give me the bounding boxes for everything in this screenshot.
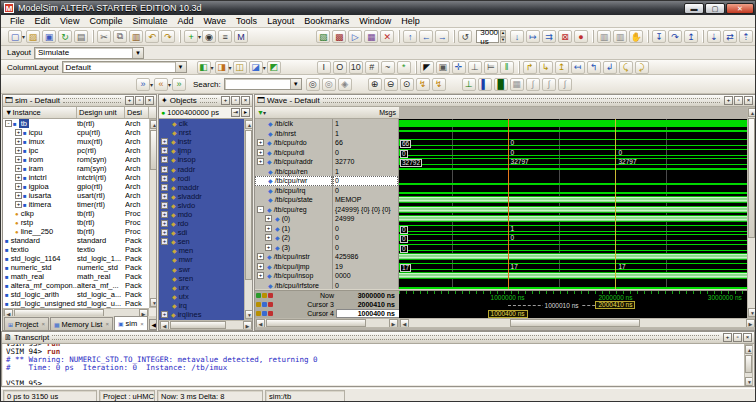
tab-scroll-left[interactable]: ◀ <box>149 319 157 330</box>
env-forward-button[interactable]: → <box>435 30 449 43</box>
wave-vscrollbar[interactable]: ▲▼ <box>747 107 756 318</box>
column-export-button[interactable]: ◩ <box>267 61 281 74</box>
tree-row-icpu[interactable]: +■icpucpu(rtl)Arch <box>3 128 149 137</box>
tab-close-icon[interactable]: × <box>140 321 144 327</box>
object-rdo[interactable]: +◆rdo <box>159 219 244 228</box>
step-into-button[interactable]: ↧ <box>652 30 666 43</box>
wave-signal--2-[interactable]: +◆(2) <box>255 233 332 243</box>
edit-grid-button[interactable]: ⊨ <box>484 61 498 74</box>
expand-time-button[interactable]: » <box>136 78 150 91</box>
cursor-row-now[interactable]: Now3000000 ns <box>255 291 399 300</box>
chevron-down-icon[interactable]: ▼ <box>290 79 301 89</box>
object-instr[interactable]: +◆instr <box>159 137 244 146</box>
tree-row-rstp[interactable]: ●rstptb(rtl)Proc <box>3 218 149 227</box>
wave-signal--tb-cpu-insop[interactable]: +◆/tb/cpu/insop <box>255 271 332 281</box>
object-mwr[interactable]: ◆mwr <box>159 255 244 264</box>
tree-row-imux[interactable]: +■imuxmux(rtl)Arch <box>3 137 149 146</box>
expand-icon[interactable]: + <box>161 193 168 200</box>
tab-close-icon[interactable]: × <box>41 321 45 327</box>
step-out-current-button[interactable]: ⇡ <box>739 30 753 43</box>
transcript-vscrollbar[interactable]: ▲▼ <box>744 344 753 387</box>
wave-signal--1-[interactable]: +◆(1) <box>255 224 332 234</box>
expand-icon[interactable]: + <box>15 156 22 163</box>
collapse-icon[interactable]: - <box>5 120 12 127</box>
zoom-mode-button[interactable]: ▣ <box>436 61 450 74</box>
layout-select[interactable]: Simulate▼ <box>34 47 144 59</box>
zoom-out-button[interactable]: ⊖ <box>384 78 398 91</box>
cursor-delete-button[interactable]: █ <box>494 78 508 91</box>
configure-columns-button[interactable]: ◫ <box>233 61 247 74</box>
wave-names-hscrollbar[interactable]: ◀▶ <box>255 318 399 328</box>
object-urx[interactable]: ◆urx <box>159 283 244 292</box>
force-0-button[interactable]: O <box>333 61 347 74</box>
tree-row-iusarta[interactable]: +■iusartausart(rtl)Arch <box>3 191 149 200</box>
close-panel-button[interactable]: × <box>241 96 250 105</box>
expand-icon[interactable]: + <box>265 215 272 222</box>
search-up-button[interactable]: ◎ <box>322 78 336 91</box>
wave-time-ruler[interactable]: 1000000 ns2000000 ns3000000 ns <box>399 291 747 301</box>
end-simulation-button[interactable]: ✕ <box>380 30 394 43</box>
tree-row-line__250[interactable]: ●line__250tb(rtl)Proc <box>3 227 149 236</box>
expand-icon[interactable]: + <box>161 211 168 218</box>
run-all-button[interactable]: ⇉ <box>542 30 556 43</box>
objects-vscrollbar[interactable]: ▲▼ <box>244 119 253 320</box>
wave-signal--tb-cpu-irfstore[interactable]: ◆/tb/cpu/irfstore <box>255 281 332 290</box>
wave-signal--tb-cpu-rdi[interactable]: +◆/tb/cpu/rdi <box>255 148 332 158</box>
object-irq[interactable]: ◆irq <box>159 301 244 310</box>
tree-row-iram[interactable]: +■iramram(syn)Arch <box>3 164 149 173</box>
wave-signal--tb-cpu-state[interactable]: ◆/tb/cpu/state <box>255 195 332 205</box>
undo-button[interactable]: ↶ <box>145 30 159 43</box>
menu-help[interactable]: Help <box>396 16 425 26</box>
expand-panel-button[interactable]: + <box>723 333 732 342</box>
env-back-button[interactable]: ← <box>419 30 433 43</box>
menu-simulate[interactable]: Simulate <box>127 16 172 26</box>
wave-canvas-hscrollbar[interactable]: ◀▶ <box>399 318 756 328</box>
tab-close-icon[interactable]: × <box>105 321 109 327</box>
wave-signal--tb-cpu-rdo[interactable]: +◆/tb/cpu/rdo <box>255 138 332 148</box>
expand-icon[interactable]: + <box>161 175 168 182</box>
object-men[interactable]: ◆men <box>159 246 244 255</box>
find-button[interactable]: ◉ <box>202 30 216 43</box>
run-length-field[interactable]: 3000 us <box>476 30 499 43</box>
expand-panel-button[interactable]: + <box>125 96 134 105</box>
zoom-range-button[interactable]: ↯ <box>432 78 446 91</box>
chevron-down-icon[interactable]: ▾ <box>211 64 214 71</box>
move-edge-button[interactable]: ⤸ <box>635 61 649 74</box>
cursor-lock-button[interactable]: ▌ <box>478 78 492 91</box>
run-continue-button[interactable]: ↦ <box>526 30 540 43</box>
object-nrst[interactable]: ◆nrst <box>159 128 244 137</box>
expand-icon[interactable]: + <box>257 253 264 260</box>
cut-button[interactable]: ✂ <box>97 30 111 43</box>
expand-icon[interactable]: + <box>161 138 168 145</box>
menu-window[interactable]: Window <box>354 16 396 26</box>
simulate-button[interactable]: ▷ <box>348 30 362 43</box>
wave-signal--tb-nrst[interactable]: ◆/tb/nrst <box>255 129 332 139</box>
run-button[interactable]: ↓ <box>510 30 524 43</box>
wave-cut-button[interactable]: ↱ <box>523 61 537 74</box>
tree-row-tb[interactable]: -■tbtb(rtl)Arch <box>3 119 149 128</box>
select-mode-button[interactable]: ◤ <box>420 61 434 74</box>
object-insop[interactable]: +◆insop <box>159 155 244 164</box>
chevron-down-icon[interactable]: ▾ <box>22 33 25 40</box>
expand-icon[interactable]: + <box>257 263 264 270</box>
collapse-icon[interactable]: - <box>257 206 264 213</box>
refresh-button[interactable]: ↻ <box>58 30 72 43</box>
column-header-desi[interactable]: Desi <box>125 107 149 118</box>
drag-handle[interactable] <box>63 98 121 103</box>
expand-icon[interactable]: + <box>15 174 22 181</box>
expand-icon[interactable]: + <box>161 184 168 191</box>
chevron-down-icon[interactable]: ▼ <box>175 62 186 72</box>
remove-column-button[interactable]: ◨ <box>215 61 229 74</box>
save-button[interactable]: ▣ <box>42 30 56 43</box>
expand-icon[interactable]: + <box>161 311 168 318</box>
object-irqlines[interactable]: +◆irqlines <box>159 310 244 319</box>
edge-next-button[interactable]: ∫ <box>526 78 540 91</box>
menu-wave[interactable]: Wave <box>198 16 231 26</box>
chevron-down-icon[interactable]: ▾ <box>263 64 266 71</box>
tree-row-clkp[interactable]: ●clkptb(rtl)Proc <box>3 209 149 218</box>
step-into-current-button[interactable]: ⇣ <box>707 30 721 43</box>
undock-panel-button[interactable]: ▫ <box>135 96 144 105</box>
simulate-options-button[interactable]: ▦ <box>364 30 378 43</box>
undock-panel-button[interactable]: ▫ <box>231 96 240 105</box>
object-ijmp[interactable]: +◆ijmp <box>159 146 244 155</box>
